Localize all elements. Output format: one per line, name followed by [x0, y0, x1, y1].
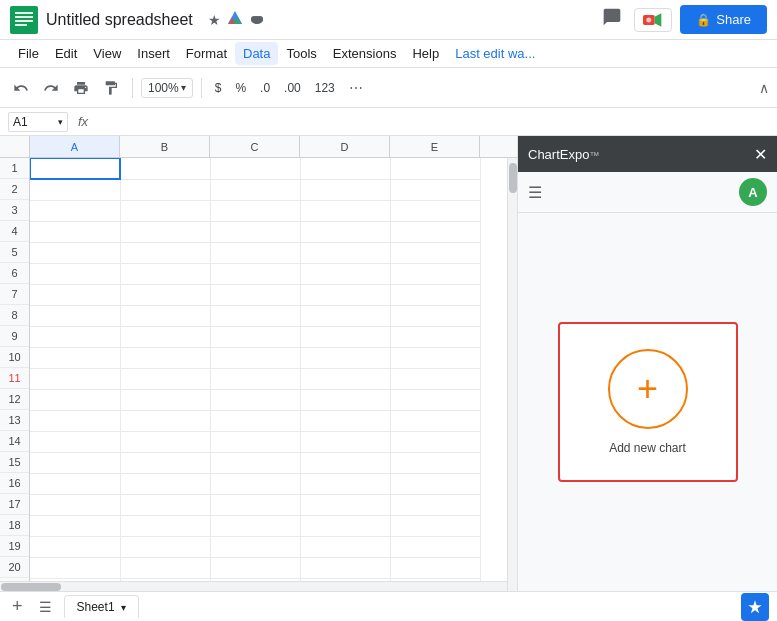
drive-icon[interactable] [227, 10, 243, 29]
cell[interactable] [210, 179, 300, 200]
h-scroll-thumb[interactable] [1, 583, 61, 591]
currency-button[interactable]: $ [210, 78, 227, 98]
print-button[interactable] [68, 76, 94, 100]
cell[interactable] [210, 326, 300, 347]
menu-view[interactable]: View [85, 42, 129, 65]
cell[interactable] [120, 431, 210, 452]
cell[interactable] [120, 536, 210, 557]
cell[interactable] [120, 158, 210, 179]
cell[interactable] [390, 431, 480, 452]
cell[interactable] [390, 242, 480, 263]
cell[interactable] [300, 389, 390, 410]
cell[interactable] [210, 305, 300, 326]
collapse-toolbar-button[interactable]: ∧ [759, 80, 769, 96]
cell[interactable] [390, 347, 480, 368]
share-button[interactable]: 🔒 Share [680, 5, 767, 34]
cell[interactable] [210, 368, 300, 389]
cell[interactable] [30, 368, 120, 389]
cell[interactable] [300, 536, 390, 557]
cell[interactable] [30, 200, 120, 221]
cell[interactable] [210, 557, 300, 578]
cell[interactable] [390, 410, 480, 431]
add-sheet-button[interactable]: + [8, 594, 27, 619]
meet-button[interactable] [634, 8, 672, 32]
cell[interactable] [210, 410, 300, 431]
paint-format-button[interactable] [98, 76, 124, 100]
cell[interactable] [300, 410, 390, 431]
cell[interactable] [30, 221, 120, 242]
cell[interactable] [390, 536, 480, 557]
add-new-chart-button[interactable]: + Add new chart [558, 322, 738, 482]
menu-extensions[interactable]: Extensions [325, 42, 405, 65]
cell[interactable] [120, 557, 210, 578]
cell[interactable] [390, 389, 480, 410]
cell[interactable] [120, 242, 210, 263]
cell[interactable] [300, 179, 390, 200]
cell[interactable] [30, 494, 120, 515]
cell[interactable] [300, 284, 390, 305]
cell[interactable] [120, 473, 210, 494]
col-header-A[interactable]: A [30, 136, 120, 157]
menu-data[interactable]: Data [235, 42, 278, 65]
cell[interactable] [390, 473, 480, 494]
cell[interactable] [390, 452, 480, 473]
cell[interactable] [300, 347, 390, 368]
cell[interactable] [30, 389, 120, 410]
cell[interactable] [30, 473, 120, 494]
cell[interactable] [120, 389, 210, 410]
cell[interactable] [300, 263, 390, 284]
cell[interactable] [300, 557, 390, 578]
cell[interactable] [30, 536, 120, 557]
cell[interactable] [120, 452, 210, 473]
cell[interactable] [210, 536, 300, 557]
cell[interactable] [210, 221, 300, 242]
cell[interactable] [300, 368, 390, 389]
cell[interactable] [30, 347, 120, 368]
cell[interactable] [210, 473, 300, 494]
cell[interactable] [390, 200, 480, 221]
cell[interactable] [300, 200, 390, 221]
percent-button[interactable]: % [230, 78, 251, 98]
cell[interactable] [120, 494, 210, 515]
cell[interactable] [300, 494, 390, 515]
cell[interactable] [390, 221, 480, 242]
cell[interactable] [210, 494, 300, 515]
cell[interactable] [30, 326, 120, 347]
formula-input[interactable] [98, 114, 769, 129]
more-formats-button[interactable]: ⋯ [344, 76, 368, 100]
cell[interactable] [30, 284, 120, 305]
cell[interactable] [120, 305, 210, 326]
menu-format[interactable]: Format [178, 42, 235, 65]
cloud-icon[interactable] [249, 10, 265, 29]
cell[interactable] [30, 557, 120, 578]
cell[interactable] [390, 263, 480, 284]
sheets-menu-button[interactable]: ☰ [35, 597, 56, 617]
cell[interactable] [210, 284, 300, 305]
cell[interactable] [390, 494, 480, 515]
cell[interactable] [30, 179, 120, 200]
cell[interactable] [30, 452, 120, 473]
cell[interactable] [390, 557, 480, 578]
dec-decimals-button[interactable]: .0 [255, 78, 275, 98]
cell[interactable] [120, 347, 210, 368]
cell[interactable] [210, 389, 300, 410]
sheet-tab-dropdown[interactable]: ▾ [121, 602, 126, 613]
cell[interactable] [300, 431, 390, 452]
cell[interactable] [300, 305, 390, 326]
cell[interactable] [300, 452, 390, 473]
cell[interactable] [210, 263, 300, 284]
cell[interactable] [120, 410, 210, 431]
menu-file[interactable]: File [10, 42, 47, 65]
cell-reference[interactable]: A1 ▾ [8, 112, 68, 132]
cell[interactable] [300, 158, 390, 179]
cell[interactable] [30, 242, 120, 263]
cell[interactable] [30, 263, 120, 284]
num-format-button[interactable]: 123 [310, 78, 340, 98]
v-scroll-thumb[interactable] [509, 163, 517, 193]
cell[interactable] [30, 515, 120, 536]
cell[interactable] [300, 221, 390, 242]
col-header-D[interactable]: D [300, 136, 390, 157]
cell[interactable] [120, 263, 210, 284]
cell[interactable] [390, 305, 480, 326]
cell[interactable] [120, 515, 210, 536]
